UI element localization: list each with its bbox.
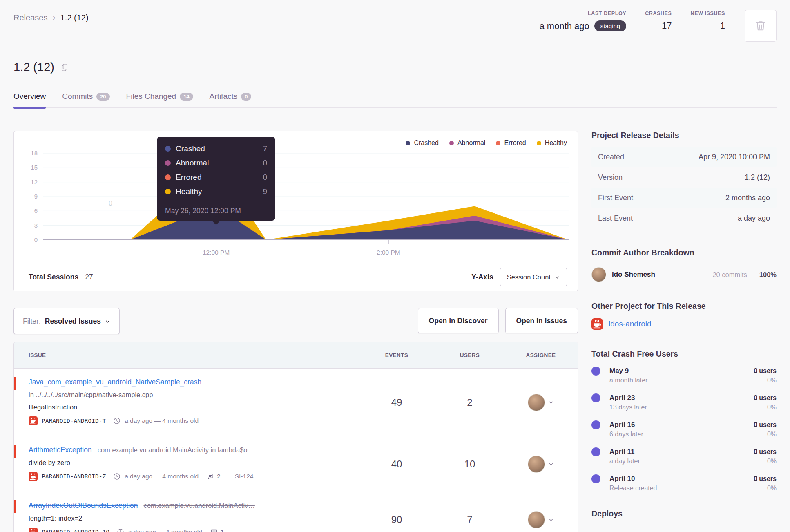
issues-toolbar: Filter: Resolved Issues Open in Discover…: [13, 308, 578, 334]
tooltip-row: Healthy 9: [165, 187, 267, 196]
timeline-users: 0 users: [754, 393, 777, 403]
issue-age: a day ago — 4 months old: [125, 473, 199, 480]
legend-item[interactable]: Healthy: [537, 139, 567, 147]
tooltip-series-value: 9: [263, 187, 268, 196]
list-item: May 9 a month later 0 users 0%: [591, 366, 777, 385]
open-in-discover-button[interactable]: Open in Discover: [418, 308, 499, 333]
svg-text:12:00 PM: 12:00 PM: [203, 249, 230, 256]
detail-label: Created: [598, 153, 624, 161]
legend-item[interactable]: Crashed: [406, 139, 438, 147]
last-deploy-value: a month ago: [539, 21, 589, 31]
legend-item[interactable]: Errored: [496, 139, 526, 147]
issue-comments[interactable]: 1: [210, 528, 224, 532]
legend-item[interactable]: Abnormal: [449, 139, 485, 147]
tab-count-badge: 0: [241, 93, 251, 101]
issue-location: in ../../../../src/main/cpp/native-sampl…: [29, 389, 354, 401]
table-row[interactable]: ArrayIndexOutOfBoundsExceptioncom.exampl…: [14, 492, 578, 532]
issue-title-link[interactable]: ArrayIndexOutOfBoundsException: [29, 501, 138, 510]
new-issues-value[interactable]: 1: [691, 20, 725, 31]
copy-icon[interactable]: [60, 63, 69, 72]
legend-label: Crashed: [414, 139, 438, 147]
author-row: Ido Shemesh 20 commits 100%: [591, 267, 777, 282]
svg-text:9: 9: [34, 193, 38, 200]
chevron-down-icon: [105, 319, 110, 324]
sidebar: Project Release Details Created Apr 9, 2…: [591, 131, 777, 532]
timeline-date: April 10: [609, 474, 754, 484]
table-row[interactable]: ArithmeticExceptioncom.example.vu.androi…: [14, 436, 578, 492]
java-platform-icon: [29, 416, 38, 425]
tab-count-badge: 20: [96, 93, 109, 101]
open-in-issues-button[interactable]: Open in Issues: [505, 308, 578, 333]
legend-label: Abnormal: [457, 139, 485, 147]
tab[interactable]: Artifacts 0: [210, 88, 252, 107]
assignee-dropdown[interactable]: [504, 511, 578, 528]
timeline-dot: [591, 447, 600, 456]
yaxis-select[interactable]: Session Count: [500, 268, 567, 286]
project-slug: PARANOID-ANDROID-Z: [42, 473, 106, 480]
assignee-dropdown[interactable]: [504, 394, 578, 411]
issue-ticket[interactable]: SI-124: [228, 472, 254, 481]
breadcrumb-releases-link[interactable]: Releases: [13, 13, 47, 22]
tab-label: Commits: [62, 92, 93, 101]
detail-value: 2 months ago: [725, 194, 770, 202]
timeline-percent: 0%: [754, 430, 777, 439]
tooltip-timestamp: May 26, 2020 12:00 PM: [157, 202, 275, 221]
column-users: USERS: [435, 352, 504, 358]
tab[interactable]: Commits 20: [62, 88, 109, 107]
tab-count-badge: 14: [180, 93, 193, 101]
issue-message: length=1; index=2: [29, 512, 354, 524]
assignee-dropdown[interactable]: [504, 456, 578, 473]
project-link[interactable]: idos-android: [609, 320, 652, 329]
assignee-avatar: [528, 394, 545, 411]
detail-label: Version: [598, 173, 623, 182]
tab[interactable]: Overview: [13, 88, 46, 107]
tooltip-series-dot: [165, 146, 171, 152]
timeline-when: a day later: [609, 457, 754, 466]
svg-text:0: 0: [34, 236, 38, 243]
delete-release-button[interactable]: [745, 10, 777, 42]
chevron-down-icon: [548, 517, 554, 523]
table-row[interactable]: Java_com_example_vu_android_NativeSample…: [14, 369, 578, 436]
sessions-chart: 036912151812:00 PM2:00 PM 0 Crashed Abno…: [14, 131, 578, 263]
issue-comments[interactable]: 2: [207, 473, 221, 480]
timeline-date: May 9: [609, 366, 754, 376]
author-percent: 100%: [759, 271, 777, 279]
ticket-id: SI-124: [235, 473, 254, 480]
last-deploy-stat: LAST DEPLOY a month ago staging: [539, 11, 626, 31]
crashes-value: 17: [645, 20, 672, 31]
timeline-users: 0 users: [754, 447, 777, 457]
author-commit-count: 20 commits: [712, 271, 747, 279]
timeline-date: April 16: [609, 420, 754, 430]
timeline-users: 0 users: [754, 366, 777, 376]
clock-icon: [113, 417, 121, 425]
column-events: EVENTS: [358, 352, 435, 358]
issue-title-link[interactable]: ArithmeticException: [29, 446, 92, 454]
timeline-percent: 0%: [754, 403, 777, 412]
issue-age: a day ago — 4 months old: [125, 417, 199, 425]
list-item: April 11 a day later 0 users 0%: [591, 447, 777, 466]
main-column: 036912151812:00 PM2:00 PM 0 Crashed Abno…: [13, 131, 578, 532]
issues-filter-dropdown[interactable]: Filter: Resolved Issues: [13, 308, 120, 334]
clock-icon: [117, 528, 124, 532]
issue-events-count: 40: [358, 458, 435, 470]
detail-value: a day ago: [738, 214, 770, 223]
zero-marker: 0: [109, 200, 112, 207]
tooltip-series-value: 0: [263, 173, 268, 182]
tab[interactable]: Files Changed 14: [126, 88, 193, 107]
legend-dot: [406, 141, 410, 145]
legend-dot: [449, 141, 454, 145]
issues-table-header: ISSUE EVENTS USERS ASSIGNEE: [14, 342, 578, 369]
detail-row: First Event 2 months ago: [591, 188, 777, 208]
timeline-users: 0 users: [754, 474, 777, 484]
timeline-users: 0 users: [754, 420, 777, 430]
timeline-when: Release created: [609, 484, 754, 493]
total-sessions-value: 27: [85, 273, 93, 282]
tooltip-series-dot: [165, 174, 171, 180]
issues-panel: ISSUE EVENTS USERS ASSIGNEE Java_com_exa…: [13, 342, 578, 532]
clock-icon: [113, 473, 121, 480]
timeline-dot: [591, 420, 600, 429]
issue-title-link[interactable]: Java_com_example_vu_android_NativeSample…: [29, 378, 201, 386]
environment-badge: staging: [594, 20, 626, 31]
tooltip-row: Errored 0: [165, 173, 267, 182]
yaxis-select-value: Session Count: [507, 273, 551, 281]
